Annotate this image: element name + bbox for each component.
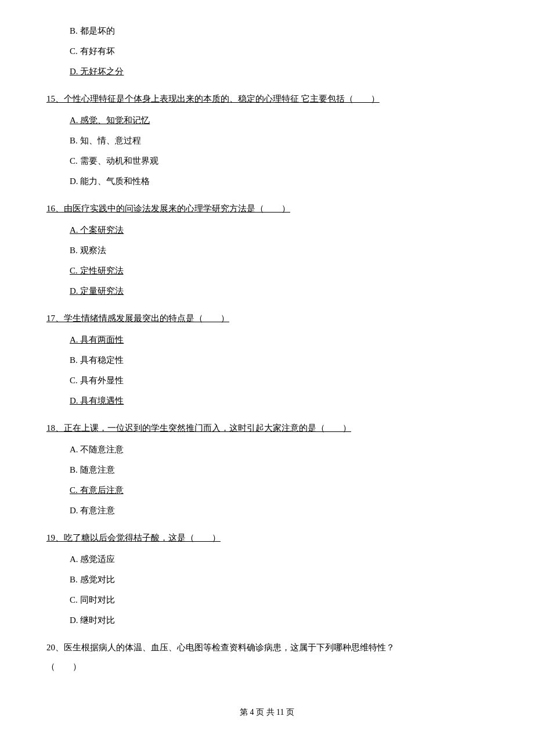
question-16-text: 16、由医疗实践中的问诊法发展来的心理学研究方法是（ ） (46, 201, 488, 217)
question-18-options: A. 不随意注意 B. 随意注意 C. 有意后注意 D. 有意注意 (70, 442, 488, 519)
q17-option-d: D. 具有境遇性 (70, 393, 488, 409)
question-17: 17、学生情绪情感发展最突出的特点是（ ） A. 具有两面性 B. 具有稳定性 … (46, 311, 488, 409)
question-20-answer-line: （ ） (46, 661, 488, 672)
question-19: 19、吃了糖以后会觉得桔子酸，这是（ ） A. 感觉适应 B. 感觉对比 C. … (46, 530, 488, 628)
question-18-text: 18、正在上课，一位迟到的学生突然推门而入，这时引起大家注意的是（ ） (46, 420, 488, 436)
page-footer: 第 4 页 共 11 页 (46, 707, 488, 718)
question-16-options: A. 个案研究法 B. 观察法 C. 定性研究法 D. 定量研究法 (70, 222, 488, 299)
q16-option-c: C. 定性研究法 (70, 263, 488, 279)
q18-option-b: B. 随意注意 (70, 462, 488, 478)
q15-option-b: B. 知、情、意过程 (70, 133, 488, 149)
question-19-text: 19、吃了糖以后会觉得桔子酸，这是（ ） (46, 530, 488, 546)
q16-option-a: A. 个案研究法 (70, 222, 488, 238)
q19-option-c: C. 同时对比 (70, 592, 488, 608)
options-list: B. 都是坏的 C. 有好有坏 D. 无好坏之分 (70, 23, 488, 80)
q19-option-d: D. 继时对比 (70, 613, 488, 628)
q16-option-d: D. 定量研究法 (70, 283, 488, 299)
page-content: B. 都是坏的 C. 有好有坏 D. 无好坏之分 15、个性心理特征是个体身上表… (46, 23, 488, 672)
q17-option-c: C. 具有外显性 (70, 373, 488, 388)
question-15: 15、个性心理特征是个体身上表现出来的本质的、稳定的心理特征 它主要包括（ ） … (46, 91, 488, 189)
question-17-text: 17、学生情绪情感发展最突出的特点是（ ） (46, 311, 488, 326)
q15-option-a: A. 感觉、知觉和记忆 (70, 113, 488, 128)
q18-option-c: C. 有意后注意 (70, 483, 488, 498)
question-15-text: 15、个性心理特征是个体身上表现出来的本质的、稳定的心理特征 它主要包括（ ） (46, 91, 488, 107)
option-c: C. 有好有坏 (70, 44, 488, 59)
question-17-options: A. 具有两面性 B. 具有稳定性 C. 具有外显性 D. 具有境遇性 (70, 332, 488, 409)
option-d: D. 无好坏之分 (70, 64, 488, 80)
question-16: 16、由医疗实践中的问诊法发展来的心理学研究方法是（ ） A. 个案研究法 B.… (46, 201, 488, 299)
q18-option-a: A. 不随意注意 (70, 442, 488, 458)
prev-question-options: B. 都是坏的 C. 有好有坏 D. 无好坏之分 (46, 23, 488, 80)
q15-option-d: D. 能力、气质和性格 (70, 174, 488, 189)
q15-option-c: C. 需要、动机和世界观 (70, 153, 488, 169)
option-b: B. 都是坏的 (70, 23, 488, 39)
question-20: 20、医生根据病人的体温、血压、心电图等检查资料确诊病患，这属于下列哪种思维特性… (46, 640, 488, 672)
question-20-text: 20、医生根据病人的体温、血压、心电图等检查资料确诊病患，这属于下列哪种思维特性… (46, 640, 488, 656)
question-15-options: A. 感觉、知觉和记忆 B. 知、情、意过程 C. 需要、动机和世界观 D. 能… (70, 113, 488, 189)
question-19-options: A. 感觉适应 B. 感觉对比 C. 同时对比 D. 继时对比 (70, 552, 488, 628)
q17-option-b: B. 具有稳定性 (70, 352, 488, 368)
q18-option-d: D. 有意注意 (70, 503, 488, 519)
question-18: 18、正在上课，一位迟到的学生突然推门而入，这时引起大家注意的是（ ） A. 不… (46, 420, 488, 519)
q19-option-a: A. 感觉适应 (70, 552, 488, 567)
q16-option-b: B. 观察法 (70, 243, 488, 258)
q19-option-b: B. 感觉对比 (70, 572, 488, 588)
q17-option-a: A. 具有两面性 (70, 332, 488, 348)
